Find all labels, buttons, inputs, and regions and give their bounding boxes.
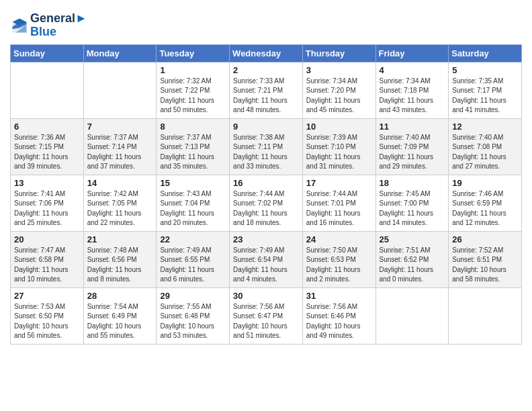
- calendar-cell: 9Sunrise: 7:38 AM Sunset: 7:11 PM Daylig…: [230, 118, 303, 175]
- day-info: Sunrise: 7:40 AM Sunset: 7:08 PM Dayligh…: [452, 133, 518, 172]
- day-number: 10: [306, 122, 372, 132]
- day-info: Sunrise: 7:37 AM Sunset: 7:14 PM Dayligh…: [87, 133, 153, 172]
- day-info: Sunrise: 7:51 AM Sunset: 6:52 PM Dayligh…: [380, 246, 445, 285]
- calendar-cell: 30Sunrise: 7:56 AM Sunset: 6:47 PM Dayli…: [230, 287, 303, 344]
- calendar-cell: 24Sunrise: 7:50 AM Sunset: 6:53 PM Dayli…: [302, 231, 375, 287]
- weekday-header-saturday: Saturday: [449, 44, 522, 62]
- calendar-cell: [449, 287, 522, 344]
- day-info: Sunrise: 7:53 AM Sunset: 6:50 PM Dayligh…: [14, 302, 80, 341]
- day-info: Sunrise: 7:56 AM Sunset: 6:47 PM Dayligh…: [233, 302, 299, 341]
- calendar-cell: 27Sunrise: 7:53 AM Sunset: 6:50 PM Dayli…: [11, 287, 84, 344]
- day-info: Sunrise: 7:56 AM Sunset: 6:46 PM Dayligh…: [306, 302, 372, 341]
- logo-text: General► Blue: [30, 12, 87, 39]
- day-number: 18: [380, 178, 445, 188]
- day-number: 31: [306, 291, 372, 301]
- calendar-cell: 18Sunrise: 7:45 AM Sunset: 7:00 PM Dayli…: [375, 175, 449, 231]
- calendar-cell: 26Sunrise: 7:52 AM Sunset: 6:51 PM Dayli…: [449, 231, 522, 287]
- weekday-header-friday: Friday: [375, 44, 449, 62]
- day-number: 2: [233, 65, 299, 75]
- day-info: Sunrise: 7:52 AM Sunset: 6:51 PM Dayligh…: [452, 246, 518, 285]
- calendar-week-5: 27Sunrise: 7:53 AM Sunset: 6:50 PM Dayli…: [11, 287, 522, 344]
- calendar-cell: 31Sunrise: 7:56 AM Sunset: 6:46 PM Dayli…: [302, 287, 375, 344]
- day-info: Sunrise: 7:46 AM Sunset: 6:59 PM Dayligh…: [452, 189, 518, 228]
- day-info: Sunrise: 7:47 AM Sunset: 6:58 PM Dayligh…: [14, 246, 80, 285]
- calendar-cell: 16Sunrise: 7:44 AM Sunset: 7:02 PM Dayli…: [230, 175, 303, 231]
- calendar-table: SundayMondayTuesdayWednesdayThursdayFrid…: [10, 44, 522, 345]
- day-number: 29: [160, 291, 226, 301]
- calendar-cell: [11, 62, 84, 118]
- day-number: 16: [233, 178, 299, 188]
- calendar-cell: 11Sunrise: 7:40 AM Sunset: 7:09 PM Dayli…: [375, 118, 449, 175]
- day-number: 25: [380, 234, 445, 244]
- calendar-cell: 10Sunrise: 7:39 AM Sunset: 7:10 PM Dayli…: [302, 118, 375, 175]
- calendar-cell: 29Sunrise: 7:55 AM Sunset: 6:48 PM Dayli…: [157, 287, 230, 344]
- day-number: 17: [306, 178, 372, 188]
- weekday-header-wednesday: Wednesday: [230, 44, 303, 62]
- day-info: Sunrise: 7:49 AM Sunset: 6:54 PM Dayligh…: [233, 246, 299, 285]
- calendar-cell: 22Sunrise: 7:49 AM Sunset: 6:55 PM Dayli…: [157, 231, 230, 287]
- calendar-cell: 14Sunrise: 7:42 AM Sunset: 7:05 PM Dayli…: [83, 175, 157, 231]
- day-number: 5: [452, 65, 518, 75]
- day-number: 22: [160, 234, 226, 244]
- calendar-cell: 2Sunrise: 7:33 AM Sunset: 7:21 PM Daylig…: [230, 62, 303, 118]
- day-number: 9: [233, 122, 299, 132]
- day-number: 3: [306, 65, 372, 75]
- day-info: Sunrise: 7:44 AM Sunset: 7:01 PM Dayligh…: [306, 189, 372, 228]
- day-number: 11: [380, 122, 445, 132]
- day-number: 23: [233, 234, 299, 244]
- calendar-cell: 23Sunrise: 7:49 AM Sunset: 6:54 PM Dayli…: [230, 231, 303, 287]
- day-number: 27: [14, 291, 80, 301]
- page-header: General► Blue: [10, 7, 522, 39]
- calendar-cell: 17Sunrise: 7:44 AM Sunset: 7:01 PM Dayli…: [302, 175, 375, 231]
- day-info: Sunrise: 7:38 AM Sunset: 7:11 PM Dayligh…: [233, 133, 299, 172]
- day-info: Sunrise: 7:34 AM Sunset: 7:18 PM Dayligh…: [380, 77, 445, 116]
- day-number: 12: [452, 122, 518, 132]
- calendar-cell: [375, 287, 449, 344]
- day-number: 26: [452, 234, 518, 244]
- calendar-cell: 28Sunrise: 7:54 AM Sunset: 6:49 PM Dayli…: [83, 287, 157, 344]
- day-number: 21: [87, 234, 153, 244]
- calendar-cell: 1Sunrise: 7:32 AM Sunset: 7:22 PM Daylig…: [157, 62, 230, 118]
- day-info: Sunrise: 7:44 AM Sunset: 7:02 PM Dayligh…: [233, 189, 299, 228]
- day-number: 4: [380, 65, 445, 75]
- day-number: 14: [87, 178, 153, 188]
- calendar-cell: [83, 62, 157, 118]
- calendar-body: 1Sunrise: 7:32 AM Sunset: 7:22 PM Daylig…: [11, 62, 522, 344]
- day-info: Sunrise: 7:34 AM Sunset: 7:20 PM Dayligh…: [306, 77, 372, 116]
- day-info: Sunrise: 7:42 AM Sunset: 7:05 PM Dayligh…: [87, 189, 153, 228]
- calendar-cell: 8Sunrise: 7:37 AM Sunset: 7:13 PM Daylig…: [157, 118, 230, 175]
- day-info: Sunrise: 7:39 AM Sunset: 7:10 PM Dayligh…: [306, 133, 372, 172]
- day-info: Sunrise: 7:40 AM Sunset: 7:09 PM Dayligh…: [380, 133, 445, 172]
- calendar-cell: 5Sunrise: 7:35 AM Sunset: 7:17 PM Daylig…: [449, 62, 522, 118]
- day-number: 28: [87, 291, 153, 301]
- day-number: 19: [452, 178, 518, 188]
- day-info: Sunrise: 7:33 AM Sunset: 7:21 PM Dayligh…: [233, 77, 299, 116]
- day-number: 1: [160, 65, 226, 75]
- calendar-week-4: 20Sunrise: 7:47 AM Sunset: 6:58 PM Dayli…: [11, 231, 522, 287]
- day-info: Sunrise: 7:54 AM Sunset: 6:49 PM Dayligh…: [87, 302, 153, 341]
- day-number: 20: [14, 234, 80, 244]
- calendar-cell: 21Sunrise: 7:48 AM Sunset: 6:56 PM Dayli…: [83, 231, 157, 287]
- day-info: Sunrise: 7:55 AM Sunset: 6:48 PM Dayligh…: [160, 302, 226, 341]
- day-number: 15: [160, 178, 226, 188]
- day-number: 13: [14, 178, 80, 188]
- calendar-cell: 13Sunrise: 7:41 AM Sunset: 7:06 PM Dayli…: [11, 175, 84, 231]
- day-info: Sunrise: 7:50 AM Sunset: 6:53 PM Dayligh…: [306, 246, 372, 285]
- calendar-cell: 19Sunrise: 7:46 AM Sunset: 6:59 PM Dayli…: [449, 175, 522, 231]
- day-number: 8: [160, 122, 226, 132]
- calendar-week-1: 1Sunrise: 7:32 AM Sunset: 7:22 PM Daylig…: [11, 62, 522, 118]
- day-number: 30: [233, 291, 299, 301]
- calendar-cell: 25Sunrise: 7:51 AM Sunset: 6:52 PM Dayli…: [375, 231, 449, 287]
- day-info: Sunrise: 7:41 AM Sunset: 7:06 PM Dayligh…: [14, 189, 80, 228]
- weekday-header-tuesday: Tuesday: [157, 44, 230, 62]
- day-number: 24: [306, 234, 372, 244]
- day-info: Sunrise: 7:35 AM Sunset: 7:17 PM Dayligh…: [452, 77, 518, 116]
- calendar-week-2: 6Sunrise: 7:36 AM Sunset: 7:15 PM Daylig…: [11, 118, 522, 175]
- day-number: 7: [87, 122, 153, 132]
- weekday-header-thursday: Thursday: [302, 44, 375, 62]
- calendar-cell: 7Sunrise: 7:37 AM Sunset: 7:14 PM Daylig…: [83, 118, 157, 175]
- logo-icon: [10, 16, 29, 35]
- day-info: Sunrise: 7:36 AM Sunset: 7:15 PM Dayligh…: [14, 133, 80, 172]
- logo: General► Blue: [10, 12, 87, 39]
- calendar-header-row: SundayMondayTuesdayWednesdayThursdayFrid…: [11, 44, 522, 62]
